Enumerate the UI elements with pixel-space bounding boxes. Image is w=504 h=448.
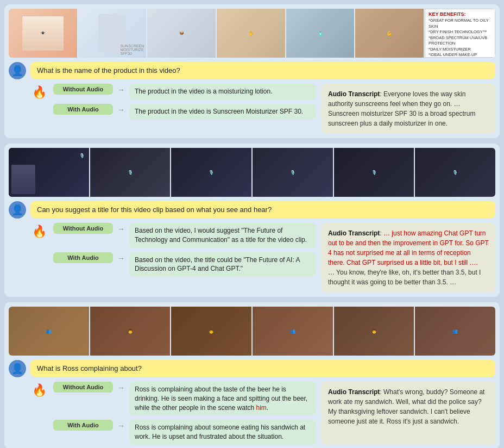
without-audio-item-skincare: Without Audio → The product in the video… xyxy=(53,84,316,99)
audio-transcript-podcast: Audio Transcript: … just how amazing Cha… xyxy=(322,223,495,293)
answers-friends: 🔥 Without Audio → Ross is complaining ab… xyxy=(30,382,495,445)
with-audio-answer-podcast: Based on the video, the title could be "… xyxy=(129,252,316,277)
user-avatar-skincare: 👤 xyxy=(9,62,26,79)
arrow-icon-friends-1: → xyxy=(117,383,125,392)
answers-left-friends: Without Audio → Ross is complaining abou… xyxy=(53,382,316,445)
thumb-p1: 🎙️ xyxy=(9,148,89,197)
transcript-title-skincare: Audio Transcript xyxy=(328,90,380,98)
thumb-5: 🧴 xyxy=(286,9,355,58)
without-audio-answer-friends: Ross is complaining about the taste of t… xyxy=(129,382,316,415)
with-audio-answer-friends: Ross is complaining about someone eating… xyxy=(129,420,316,445)
answers-skincare: 🔥 Without Audio → The product in the vid… xyxy=(30,84,495,134)
thumb-6: 💪 xyxy=(355,9,424,58)
thumb-p5: 🎙️ xyxy=(334,148,414,197)
thumb-f6: 👥 xyxy=(415,307,495,356)
with-audio-item-podcast: With Audio → Based on the video, the tit… xyxy=(53,252,316,277)
fire-avatar-podcast: 🔥 xyxy=(30,223,48,240)
with-audio-answer-skincare: The product in the video is Sunscreen Mo… xyxy=(129,104,316,120)
user-avatar-podcast: 👤 xyxy=(9,201,26,219)
video-strip-friends: 👥 👨 👨 👥 👨 👥 xyxy=(9,307,495,356)
without-audio-item-friends: Without Audio → Ross is complaining abou… xyxy=(53,382,316,415)
without-audio-answer-podcast: Based on the video, I would suggest "The… xyxy=(129,223,316,248)
thumb-p3: 🎙️ xyxy=(171,148,251,197)
fire-avatar-skincare: 🔥 xyxy=(30,84,48,101)
with-audio-item-friends: With Audio → Ross is complaining about s… xyxy=(53,420,316,445)
key-benefits-panel: KEY BENEFITS: *GREAT FOR NORMAL TO OILY … xyxy=(425,9,495,58)
with-audio-label-podcast: With Audio xyxy=(53,252,113,263)
question-bubble-friends: What is Ross complaining about? xyxy=(30,360,495,377)
answers-left-podcast: Without Audio → Based on the video, I wo… xyxy=(53,223,316,293)
transcript-title-friends: Audio Transcript xyxy=(328,388,380,396)
section-podcast: 🎙️ 🎙️ 🎙️ 🎙️ 🎙️ 🎙️ xyxy=(4,144,500,297)
without-audio-label-friends: Without Audio xyxy=(53,382,113,393)
thumb-f2: 👨 xyxy=(90,307,171,356)
thumb-f3: 👨 xyxy=(171,307,251,356)
arrow-icon-skincare-2: → xyxy=(117,105,125,114)
thumb-f4: 👥 xyxy=(253,307,333,356)
video-strip-skincare: 👁️ SUNSCREENMOISTURIZESPF30 📦 ✋ 🧴 xyxy=(9,9,495,58)
key-benefits-title: KEY BENEFITS: xyxy=(429,11,492,17)
without-audio-answer-skincare: The product in the video is a moisturizi… xyxy=(129,84,316,99)
without-audio-label-podcast: Without Audio xyxy=(53,223,113,234)
arrow-icon-podcast-2: → xyxy=(117,254,125,263)
thumb-2: SUNSCREENMOISTURIZESPF30 xyxy=(78,9,147,58)
user-avatar-friends: 👤 xyxy=(9,360,26,377)
thumb-1: 👁️ xyxy=(9,9,77,58)
with-audio-item-skincare: With Audio → The product in the video is… xyxy=(53,104,316,120)
key-benefits-items: *GREAT FOR NORMAL TO OILY SKIN*DRY FINIS… xyxy=(429,18,492,58)
thumb-4: ✋ xyxy=(217,9,285,58)
answers-left-skincare: Without Audio → The product in the video… xyxy=(53,84,316,134)
thumb-p4: 🎙️ xyxy=(253,148,333,197)
section-friends: 👥 👨 👨 👥 👨 👥 xyxy=(4,302,500,448)
transcript-text-podcast: … You know, they're like, oh, it's bette… xyxy=(328,269,481,286)
video-strip-podcast: 🎙️ 🎙️ 🎙️ 🎙️ 🎙️ 🎙️ xyxy=(9,148,495,197)
audio-transcript-skincare: Audio Transcript: Everyone loves the way… xyxy=(322,84,495,134)
thumb-p2: 🎙️ xyxy=(90,148,171,197)
audio-transcript-friends: Audio Transcript: What's wrong, buddy? S… xyxy=(322,382,495,445)
answers-podcast: 🔥 Without Audio → Based on the video, I … xyxy=(30,223,495,293)
question-bubble-skincare: What is the name of the product in this … xyxy=(30,62,495,79)
question-row-skincare: 👤 What is the name of the product in thi… xyxy=(9,62,495,79)
question-row-friends: 👤 What is Ross complaining about? xyxy=(9,360,495,377)
with-audio-label-skincare: With Audio xyxy=(53,104,113,115)
without-audio-item-podcast: Without Audio → Based on the video, I wo… xyxy=(53,223,316,248)
arrow-icon-podcast-1: → xyxy=(117,225,125,233)
arrow-icon-skincare-1: → xyxy=(117,85,125,94)
fire-avatar-friends: 🔥 xyxy=(30,382,48,399)
arrow-icon-friends-2: → xyxy=(117,421,125,430)
with-audio-label-friends: With Audio xyxy=(53,420,113,431)
thumb-3: 📦 xyxy=(147,9,216,58)
thumb-f1: 👥 xyxy=(9,307,89,356)
question-bubble-podcast: Can you suggest a title for this video c… xyxy=(30,201,495,218)
question-row-podcast: 👤 Can you suggest a title for this video… xyxy=(9,201,495,219)
thumb-f5: 👨 xyxy=(334,307,414,356)
section-skincare: 👁️ SUNSCREENMOISTURIZESPF30 📦 ✋ 🧴 xyxy=(4,4,500,138)
without-audio-label-skincare: Without Audio xyxy=(53,84,113,95)
transcript-title-podcast: Audio Transcript xyxy=(328,229,380,237)
thumb-p6: 🎙️ xyxy=(415,148,495,197)
